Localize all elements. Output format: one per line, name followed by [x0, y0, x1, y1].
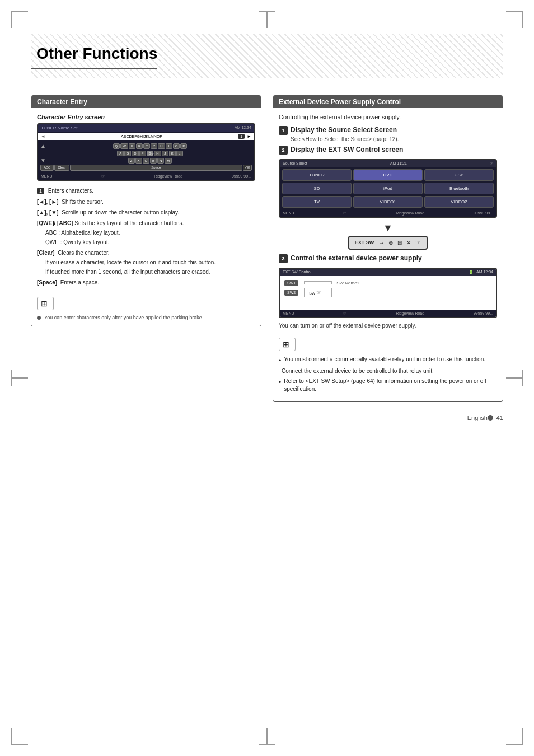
- item-enters-chars: 1 Enters characters.: [37, 186, 255, 195]
- note-item-3: • Refer to <EXT SW Setup> (page 64) for …: [279, 377, 497, 393]
- source-btn-sd: SD: [282, 183, 352, 194]
- sw1-value: [304, 281, 332, 284]
- step-2-row: 2 Display the EXT SW Control screen: [279, 146, 497, 155]
- step-3-title: Control the external device power supply: [291, 254, 422, 263]
- step-3-badge: 3: [279, 254, 288, 263]
- sw2-hand-icon: ☞: [316, 290, 321, 296]
- sw2-row: SW2 SW ☞: [284, 288, 491, 297]
- step-1-badge: 1: [279, 126, 288, 135]
- footer-dot: [488, 415, 493, 421]
- ext-ctrl-battery-icon: 🔋: [469, 270, 474, 274]
- item-cursor: [◄], [►] Shifts the cursor.: [37, 198, 255, 206]
- source-top-bar: Source Select AM 11:21 ☞: [280, 160, 496, 167]
- sw1-label: SW1: [284, 280, 298, 286]
- ext-sw-hand-icon: ☞: [415, 239, 421, 246]
- char-entry-screen: TUNER Name Set AM 12:34 ◄ ABCDEFGHIJKLMN…: [37, 123, 255, 181]
- step-2-content: Display the EXT SW Control screen: [291, 146, 403, 155]
- char-note-box: ⊞: [37, 297, 54, 310]
- ext-note-icon: ⊞: [283, 340, 289, 349]
- step-1-title: Display the Source Select Screen: [291, 126, 399, 135]
- item-clear: [Clear] Clears the character.: [37, 249, 255, 257]
- item-space: [Space] Enters a space.: [37, 278, 255, 287]
- source-select-screen: Source Select AM 11:21 ☞ TUNER DVD USB S…: [279, 159, 497, 218]
- step-3-row: 3 Control the external device power supp…: [279, 254, 497, 263]
- item-layout: [QWE]/ [ABC] Sets the key layout of the …: [37, 219, 255, 227]
- sw-name-label: SW Name1: [336, 281, 359, 286]
- ext-device-body: Controlling the external device power su…: [273, 108, 503, 401]
- item-scroll: [▲], [▼] Scrolls up or down the characte…: [37, 208, 255, 217]
- bullet-icon-1: •: [279, 356, 281, 366]
- sw2-label: SW2: [284, 290, 298, 296]
- ext-intro: Controlling the external device power su…: [279, 114, 497, 120]
- ext-sw-x-icon: ✕: [406, 240, 411, 246]
- source-btn-bluetooth: Bluetooth: [424, 183, 494, 194]
- ext-sw-bar-wrapper: EXT SW → ⊕ ⊟ ✕ ☞: [279, 236, 497, 250]
- ext-sw-plus-icon: ⊕: [388, 240, 393, 246]
- page-header: Other Functions: [31, 34, 503, 78]
- note-icon: ⊞: [41, 299, 48, 308]
- ext-note-list: • You must connect a commercially availa…: [279, 356, 497, 394]
- page-title: Other Functions: [31, 34, 157, 69]
- char-note-area: ⊞ You can enter characters only after yo…: [37, 292, 255, 320]
- right-column: External Device Power Supply Control Con…: [273, 95, 503, 402]
- source-btn-tv: TV: [282, 196, 352, 208]
- step-2-title: Display the EXT SW Control screen: [291, 146, 403, 155]
- ext-device-header: External Device Power Supply Control: [273, 96, 503, 108]
- ext-sw-arrow-icon: →: [378, 240, 384, 246]
- step-1-content: Display the Source Select Screen See <Ho…: [291, 126, 399, 142]
- source-button-grid: TUNER DVD USB SD iPod Bluetooth TV VIDEO…: [280, 167, 496, 210]
- arrow-down-1: ▼: [279, 222, 497, 234]
- char-screen-bottom: MENU ☞ Ridgeview Road 99999.99...: [38, 173, 254, 180]
- step-1-desc: See <How to Select the Source> (page 12)…: [291, 136, 399, 142]
- ext-sw-bar: EXT SW → ⊕ ⊟ ✕ ☞: [348, 236, 428, 250]
- char-input-bar: ◄ ABCDEFGHIJKLMNOP 1 ►: [38, 133, 254, 140]
- sw2-value: SW ☞: [304, 288, 332, 297]
- character-entry-header: Character Entry: [31, 96, 261, 108]
- source-btn-dvd: DVD: [353, 169, 423, 181]
- char-entry-item-list: 1 Enters characters. [◄], [►] Shifts the…: [37, 186, 255, 287]
- bullet-icon: [37, 316, 41, 320]
- source-btn-tuner: TUNER: [282, 169, 352, 181]
- char-screen-title-bar: TUNER Name Set AM 12:34: [38, 124, 254, 132]
- ext-ctrl-screen: EXT SW Control 🔋 AM 12:34 SW1 SW Name1: [279, 268, 497, 318]
- note-item-2: Connect the external device to be contro…: [279, 367, 497, 375]
- source-btn-ipod: iPod: [353, 183, 423, 194]
- step-1-row: 1 Display the Source Select Screen See <…: [279, 126, 497, 142]
- ext-note-area: ⊞ • You must connect a commercially avai…: [279, 333, 497, 394]
- step-3-content: Control the external device power supply: [291, 254, 422, 263]
- note-item-1: • You must connect a commercially availa…: [279, 356, 497, 366]
- corner-mark-br: [506, 728, 523, 745]
- ext-note-box: ⊞: [279, 338, 296, 351]
- page-footer: English 41: [467, 414, 503, 421]
- step-3-desc: You can turn on or off the external devi…: [279, 323, 497, 329]
- char-note-text: You can enter characters only after you …: [37, 315, 255, 320]
- ext-device-section: External Device Power Supply Control Con…: [273, 95, 503, 402]
- left-column: Character Entry Character Entry screen T…: [31, 95, 261, 326]
- ext-ctrl-content: SW1 SW Name1 SW2 SW ☞: [280, 276, 496, 310]
- ext-sw-minus-icon: ⊟: [397, 240, 402, 246]
- ext-ctrl-bottom-bar: MENU ☞ Ridgeview Road 99999.99...: [280, 310, 496, 317]
- item-abc: ABC : Alphabetical key layout.: [37, 228, 255, 237]
- item-qwe: QWE : Qwerty key layout.: [37, 238, 255, 246]
- bullet-icon-3: •: [279, 378, 281, 388]
- ext-sw-label: EXT SW: [355, 240, 374, 245]
- item-clear-note1: If you erase a character, locate the cur…: [37, 258, 255, 267]
- source-btn-video1: VIDEO1: [353, 196, 423, 208]
- ext-ctrl-top-bar: EXT SW Control 🔋 AM 12:34: [280, 269, 496, 276]
- step-2-badge: 2: [279, 146, 288, 155]
- sw1-row: SW1 SW Name1: [284, 280, 491, 286]
- source-bottom-bar: MENU ☞ Ridgeview Road 99999.99...: [280, 210, 496, 217]
- item-clear-note2: If touched more than 1 second, all the i…: [37, 268, 255, 276]
- crosshair-bot-v: [266, 728, 268, 745]
- corner-mark-bl: [11, 728, 28, 745]
- character-entry-body: Character Entry screen TUNER Name Set AM…: [31, 108, 261, 326]
- char-screen-subtitle: Character Entry screen: [37, 114, 255, 120]
- character-entry-section: Character Entry Character Entry screen T…: [31, 95, 261, 326]
- source-btn-video2: VIDEO2: [424, 196, 494, 208]
- source-btn-usb: USB: [424, 169, 494, 181]
